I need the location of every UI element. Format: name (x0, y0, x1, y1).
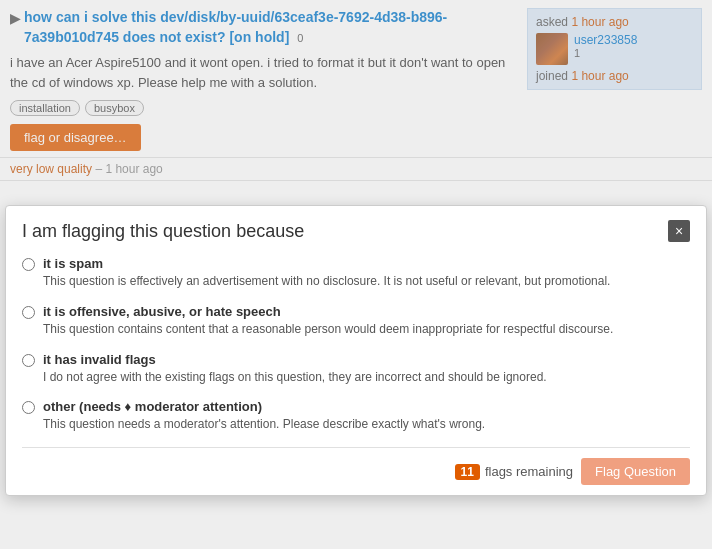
flag-invalid-desc: I do not agree with the existing flags o… (43, 369, 547, 386)
flag-other-radio[interactable] (22, 401, 35, 414)
flag-offensive-label: it is offensive, abusive, or hate speech (43, 304, 613, 319)
flag-offensive-radio[interactable] (22, 306, 35, 319)
flag-option-invalid: it has invalid flags I do not agree with… (22, 352, 690, 386)
flags-count: 11 (455, 464, 480, 480)
flag-other-label: other (needs ♦ moderator attention) (43, 399, 485, 414)
flag-offensive-desc: This question contains content that a re… (43, 321, 613, 338)
flag-invalid-label: it has invalid flags (43, 352, 547, 367)
flag-spam-content: it is spam This question is effectively … (43, 256, 610, 290)
flag-other-content: other (needs ♦ moderator attention) This… (43, 399, 485, 433)
flags-label: flags remaining (485, 464, 573, 479)
flag-option-spam: it is spam This question is effectively … (22, 256, 690, 290)
modal-close-button[interactable]: × (668, 220, 690, 242)
flag-option-offensive: it is offensive, abusive, or hate speech… (22, 304, 690, 338)
modal-footer: 11 flags remaining Flag Question (22, 447, 690, 495)
flag-spam-desc: This question is effectively an advertis… (43, 273, 610, 290)
flag-invalid-radio[interactable] (22, 354, 35, 367)
flag-option-other: other (needs ♦ moderator attention) This… (22, 399, 690, 433)
flag-invalid-content: it has invalid flags I do not agree with… (43, 352, 547, 386)
flag-spam-radio[interactable] (22, 258, 35, 271)
flag-question-button[interactable]: Flag Question (581, 458, 690, 485)
flag-modal: I am flagging this question because × it… (5, 205, 707, 496)
modal-title: I am flagging this question because (22, 221, 304, 242)
flag-other-desc: This question needs a moderator's attent… (43, 416, 485, 433)
flag-spam-label: it is spam (43, 256, 610, 271)
page-wrapper: ▶ how can i solve this dev/disk/by-uuid/… (0, 0, 712, 549)
flags-remaining: 11 flags remaining (455, 464, 574, 480)
modal-header: I am flagging this question because × (22, 220, 690, 242)
flag-offensive-content: it is offensive, abusive, or hate speech… (43, 304, 613, 338)
